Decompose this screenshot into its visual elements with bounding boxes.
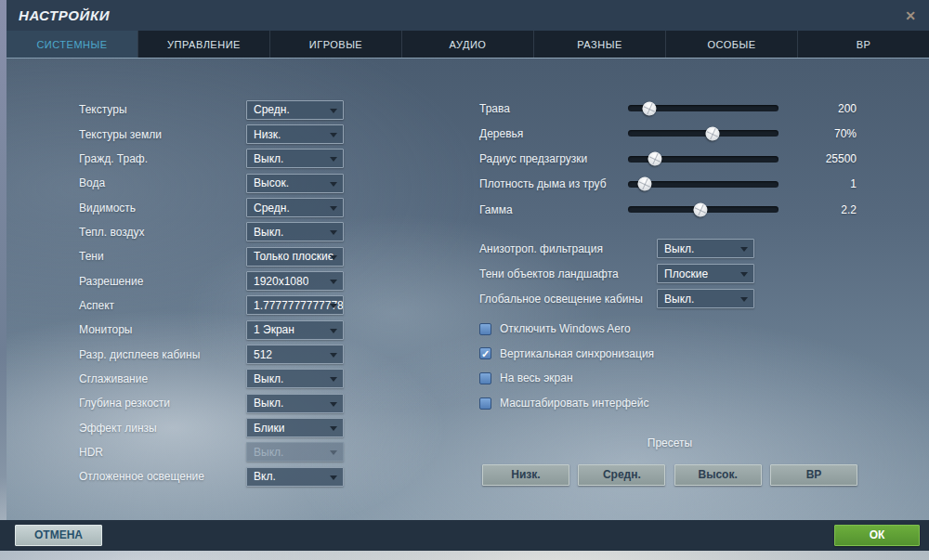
chevron-down-icon bbox=[740, 247, 748, 252]
checkbox-row: На весь экран bbox=[479, 366, 654, 391]
checkbox-row: Отключить Windows Aero bbox=[479, 317, 654, 342]
setting-label: Видимость bbox=[79, 202, 136, 215]
setting-dropdown[interactable]: Высок. bbox=[246, 174, 344, 193]
setting-label: Анизотроп. фильтрация bbox=[479, 242, 603, 255]
setting-dropdown[interactable]: 1.7777777777778 bbox=[246, 295, 344, 315]
setting-dropdown[interactable]: Средн. bbox=[246, 100, 344, 120]
chevron-down-icon bbox=[330, 450, 337, 455]
setting-row: Отложенное освещение Вкл. bbox=[79, 464, 344, 488]
slider-list: Трава 200 Деревья 70% Радиус предзагрузк… bbox=[479, 96, 857, 222]
graphics-dropdown-list: Текстуры Средн. Текстуры земли Низк. Гра… bbox=[79, 98, 344, 489]
dropdown-value: Выкл. bbox=[247, 397, 283, 410]
setting-label: Глубина резкости bbox=[79, 397, 170, 410]
setting-row: Аспект 1.7777777777778 bbox=[79, 293, 344, 318]
checkbox-list: Отключить Windows Aero Вертикальная синх… bbox=[479, 317, 654, 415]
setting-dropdown[interactable]: Средн. bbox=[246, 198, 344, 217]
setting-dropdown[interactable]: Выкл. bbox=[246, 149, 344, 168]
slider-value: 70% bbox=[779, 127, 857, 140]
checkbox-row: Масштабировать интерфейс bbox=[479, 391, 654, 416]
tab-bar: СИСТЕМНЫЕ УПРАВЛЕНИЕ ИГРОВЫЕ АУДИО РАЗНЫ… bbox=[7, 31, 929, 58]
setting-dropdown[interactable]: Выкл. bbox=[246, 369, 344, 388]
checkbox[interactable] bbox=[479, 323, 491, 335]
checkbox-label: Вертикальная синхронизация bbox=[500, 347, 654, 360]
cancel-button[interactable]: ОТМЕНА bbox=[15, 525, 102, 546]
presets-label: Пресеты bbox=[482, 436, 857, 449]
slider-knob[interactable] bbox=[640, 99, 659, 118]
dropdown-value: Выкл. bbox=[247, 152, 283, 165]
slider-knob[interactable] bbox=[703, 124, 722, 143]
setting-row: Тени Только плоские bbox=[79, 244, 344, 268]
setting-label: Гражд. Траф. bbox=[79, 152, 148, 165]
chevron-down-icon bbox=[330, 329, 337, 333]
checkbox[interactable] bbox=[479, 372, 491, 384]
setting-dropdown[interactable]: Блики bbox=[246, 418, 344, 437]
slider-knob[interactable] bbox=[691, 201, 710, 219]
checkbox[interactable] bbox=[479, 397, 491, 410]
setting-row: Текстуры земли Низк. bbox=[79, 122, 344, 146]
slider-value: 1 bbox=[779, 177, 857, 190]
slider-value: 25500 bbox=[779, 152, 857, 165]
setting-dropdown[interactable]: Выкл. bbox=[657, 239, 754, 258]
right-dropdown-list: Анизотроп. фильтрация Выкл. Тени объекто… bbox=[479, 236, 754, 311]
chevron-down-icon bbox=[330, 182, 337, 187]
setting-dropdown[interactable]: Выкл. bbox=[657, 289, 754, 308]
dropdown-value: 1.7777777777778 bbox=[247, 299, 343, 312]
tab-3[interactable]: АУДИО bbox=[401, 31, 533, 58]
preset-button[interactable]: Средн. bbox=[578, 464, 665, 486]
tab-6[interactable]: ВР bbox=[797, 31, 929, 58]
setting-label: Эффект линзы bbox=[79, 422, 157, 435]
checkbox[interactable] bbox=[479, 347, 491, 359]
slider-label: Трава bbox=[479, 102, 628, 115]
preset-button[interactable]: Низк. bbox=[482, 464, 569, 486]
setting-dropdown[interactable]: Выкл. bbox=[246, 442, 344, 462]
close-icon[interactable]: ✕ bbox=[902, 7, 919, 24]
preset-button[interactable]: Высок. bbox=[674, 464, 762, 486]
chevron-down-icon bbox=[330, 280, 337, 284]
tab-5[interactable]: ОСОБЫЕ bbox=[665, 31, 797, 58]
slider-track[interactable] bbox=[628, 130, 779, 137]
slider-track[interactable] bbox=[628, 105, 779, 111]
tab-label: РАЗНЫЕ bbox=[577, 39, 622, 50]
setting-label: Аспект bbox=[79, 299, 114, 312]
setting-dropdown[interactable]: Плоские bbox=[657, 264, 754, 283]
slider-track[interactable] bbox=[628, 156, 779, 163]
setting-row: Текстуры Средн. bbox=[79, 98, 344, 122]
ok-button[interactable]: ОК bbox=[834, 525, 920, 546]
setting-dropdown[interactable]: 1920x1080 bbox=[246, 271, 344, 291]
tab-4[interactable]: РАЗНЫЕ bbox=[533, 31, 665, 58]
setting-row: Разрешение 1920x1080 bbox=[79, 268, 344, 293]
setting-dropdown[interactable]: Только плоские bbox=[246, 247, 344, 267]
chevron-down-icon bbox=[330, 475, 337, 480]
setting-label: Мониторы bbox=[79, 323, 132, 336]
checkbox-label: На весь экран bbox=[500, 371, 573, 384]
slider-value: 2.2 bbox=[779, 203, 857, 216]
dropdown-value: Выкл. bbox=[247, 372, 283, 385]
dropdown-value: Выкл. bbox=[658, 293, 694, 306]
setting-label: Отложенное освещение bbox=[79, 470, 204, 483]
chevron-down-icon bbox=[740, 297, 748, 302]
setting-dropdown[interactable]: Низк. bbox=[246, 124, 344, 144]
setting-row: Глубина резкости Выкл. bbox=[79, 391, 344, 415]
setting-dropdown[interactable]: Выкл. bbox=[246, 222, 344, 241]
setting-dropdown[interactable]: 512 bbox=[246, 345, 344, 364]
dropdown-value: Плоские bbox=[658, 267, 708, 280]
setting-dropdown[interactable]: Вкл. bbox=[246, 467, 344, 487]
dropdown-value: Выкл. bbox=[247, 446, 283, 459]
setting-dropdown[interactable]: Выкл. bbox=[246, 394, 344, 413]
slider-knob[interactable] bbox=[635, 175, 654, 193]
setting-label: Вода bbox=[79, 176, 105, 189]
setting-row: Разр. дисплеев кабины 512 bbox=[79, 342, 344, 366]
slider-track[interactable] bbox=[628, 181, 779, 188]
tab-0[interactable]: СИСТЕМНЫЕ bbox=[7, 31, 137, 58]
tab-2[interactable]: ИГРОВЫЕ bbox=[269, 31, 401, 58]
preset-button[interactable]: ВР bbox=[770, 464, 857, 486]
slider-track[interactable] bbox=[628, 206, 779, 213]
dropdown-value: Только плоские bbox=[247, 250, 334, 263]
setting-label: Тени bbox=[79, 250, 104, 263]
tab-1[interactable]: УПРАВЛЕНИЕ bbox=[137, 31, 269, 58]
slider-knob[interactable] bbox=[646, 150, 664, 168]
dropdown-value: 1920x1080 bbox=[247, 275, 308, 288]
setting-dropdown[interactable]: 1 Экран bbox=[246, 320, 344, 340]
checkbox-label: Масштабировать интерфейс bbox=[500, 397, 648, 410]
setting-label: Сглаживание bbox=[79, 372, 148, 385]
